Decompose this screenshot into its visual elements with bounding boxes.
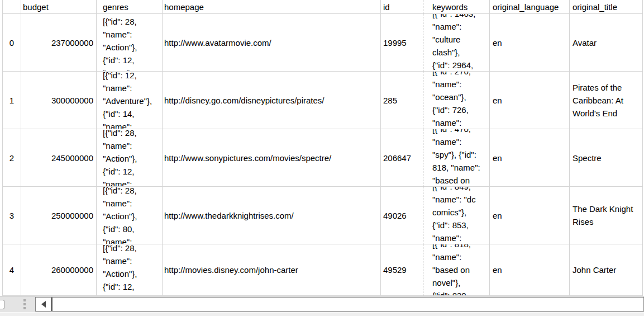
cell-r4-genres[interactable]: [{"id": 28, "name": "Action"}, {"id": 12… [97, 244, 163, 296]
cell-r1-original-language[interactable]: en [490, 72, 570, 129]
spreadsheet-view: budget genres homepage id keywords origi… [0, 0, 644, 316]
cell-text: [{"id": 849, "name": "dc comics"}, {"id"… [432, 187, 489, 244]
cell-r1-budget[interactable]: 300000000 [21, 72, 97, 129]
column-header-original-title[interactable]: original_title [570, 0, 643, 14]
row-header-4[interactable]: 4 [3, 244, 21, 296]
row-header-3[interactable]: 3 [3, 187, 21, 244]
cell-text: [{"id": 12, "name": "Adventure"}, {"id":… [103, 72, 162, 129]
row-header-1[interactable]: 1 [3, 72, 21, 129]
column-header-budget[interactable]: budget [21, 0, 97, 14]
row-header-0[interactable]: 0 [3, 14, 21, 72]
cell-r4-original-language[interactable]: en [490, 244, 570, 296]
cell-r4-keywords[interactable]: [{"id": 818, "name": "based on novel"}, … [423, 244, 490, 296]
cell-r4-id[interactable]: 49529 [381, 244, 423, 296]
cell-r0-budget[interactable]: 237000000 [21, 14, 97, 72]
cell-r3-id[interactable]: 49026 [381, 187, 423, 244]
cell-r0-homepage[interactable]: http://www.avatarmovie.com/ [163, 14, 381, 72]
row-header-2[interactable]: 2 [3, 129, 21, 187]
cell-r0-id[interactable]: 19995 [381, 14, 423, 72]
tab-splitter-handle-icon[interactable] [23, 299, 26, 311]
scrollbar-thumb[interactable] [53, 298, 643, 311]
cell-r2-original-language[interactable]: en [490, 129, 570, 187]
cell-r0-genres[interactable]: [{"id": 28, "name": "Action"}, {"id": 12… [97, 14, 163, 72]
cell-r2-budget[interactable]: 245000000 [21, 129, 97, 187]
cell-r3-original-language[interactable]: en [490, 187, 570, 244]
scroll-left-button[interactable] [36, 298, 51, 311]
status-bar-strip [0, 312, 644, 316]
cell-r4-original-title[interactable]: John Carter [570, 244, 643, 296]
cell-r1-id[interactable]: 285 [381, 72, 423, 129]
cell-text: [{"id": 28, "name": "Action"}, {"id": 12… [103, 15, 162, 72]
cell-r2-original-title[interactable]: Spectre [570, 129, 643, 187]
cell-r3-genres[interactable]: [{"id": 28, "name": "Action"}, {"id": 80… [97, 187, 163, 244]
left-triangle-icon [41, 301, 46, 308]
column-header-homepage[interactable]: homepage [163, 0, 381, 14]
cell-r1-genres[interactable]: [{"id": 12, "name": "Adventure"}, {"id":… [97, 72, 163, 129]
cell-r1-homepage[interactable]: http://disney.go.com/disneypictures/pira… [163, 72, 381, 129]
sheet-tab-stub[interactable] [0, 300, 4, 309]
cell-text: [{"id": 28, "name": "Action"}, {"id": 80… [103, 187, 162, 244]
cell-r1-keywords[interactable]: [{"id": 270, "name": "ocean"}, {"id": 72… [423, 72, 490, 129]
dot [23, 307, 26, 309]
cell-r0-original-title[interactable]: Avatar [570, 14, 643, 72]
dot [23, 303, 26, 305]
column-header-keywords[interactable]: keywords [423, 0, 490, 14]
cell-r3-original-title[interactable]: The Dark Knight Rises [570, 187, 643, 244]
cell-r0-keywords[interactable]: [{"id": 1463, "name": "culture clash"}, … [423, 14, 490, 72]
cell-r4-homepage[interactable]: http://movies.disney.com/john-carter [163, 244, 381, 296]
sheet-bottom-bar [0, 296, 644, 312]
cell-r0-original-language[interactable]: en [490, 14, 570, 72]
column-header-original-language[interactable]: original_language [490, 0, 570, 14]
cell-r1-original-title[interactable]: Pirates of the Caribbean: At World's End [570, 72, 643, 129]
cell-r3-budget[interactable]: 250000000 [21, 187, 97, 244]
cell-r3-keywords[interactable]: [{"id": 849, "name": "dc comics"}, {"id"… [423, 187, 490, 244]
cell-text: [{"id": 270, "name": "ocean"}, {"id": 72… [432, 72, 489, 129]
cell-r4-budget[interactable]: 260000000 [21, 244, 97, 296]
dot [23, 299, 26, 301]
cell-r3-homepage[interactable]: http://www.thedarkknightrises.com/ [163, 187, 381, 244]
cell-text: [{"id": 28, "name": "Action"}, {"id": 12… [103, 129, 162, 187]
horizontal-scrollbar[interactable] [35, 297, 644, 312]
cell-text: [{"id": 470, "name": "spy"}, {"id": 818,… [432, 129, 489, 187]
cell-text: [{"id": 28, "name": "Action"}, {"id": 12… [103, 244, 162, 293]
cell-r2-homepage[interactable]: http://www.sonypictures.com/movies/spect… [163, 129, 381, 187]
column-header-genres[interactable]: genres [97, 0, 163, 14]
column-header-index[interactable] [3, 0, 21, 14]
cell-r2-genres[interactable]: [{"id": 28, "name": "Action"}, {"id": 12… [97, 129, 163, 187]
column-header-id[interactable]: id [381, 0, 423, 14]
cell-r2-keywords[interactable]: [{"id": 470, "name": "spy"}, {"id": 818,… [423, 129, 490, 187]
cell-text: [{"id": 818, "name": "based on novel"}, … [432, 244, 489, 296]
cell-r2-id[interactable]: 206647 [381, 129, 423, 187]
cell-text: [{"id": 1463, "name": "culture clash"}, … [432, 14, 489, 72]
data-grid: budget genres homepage id keywords origi… [2, 0, 643, 296]
